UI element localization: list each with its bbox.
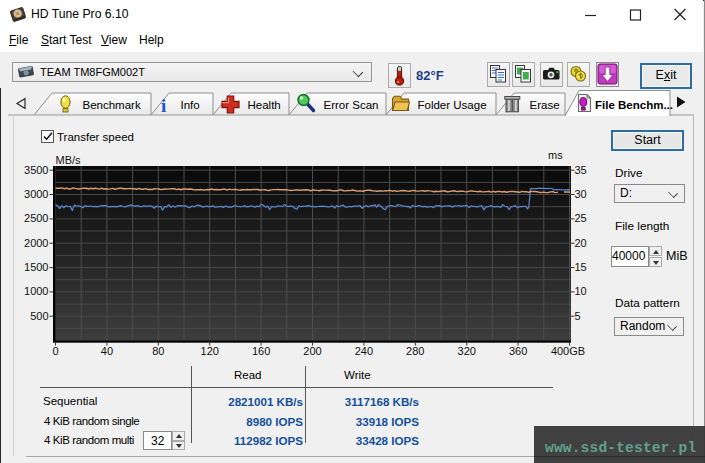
svg-text:File Benchm...: File Benchm... — [595, 99, 673, 111]
svg-text:Health: Health — [248, 99, 281, 111]
svg-text:Info: Info — [181, 99, 200, 111]
svg-text:i: i — [161, 95, 166, 116]
svg-text:Error Scan: Error Scan — [324, 99, 379, 111]
svg-text:Benchmark: Benchmark — [83, 99, 141, 111]
svg-text:Folder Usage: Folder Usage — [418, 99, 487, 111]
svg-text:Erase: Erase — [530, 99, 560, 111]
